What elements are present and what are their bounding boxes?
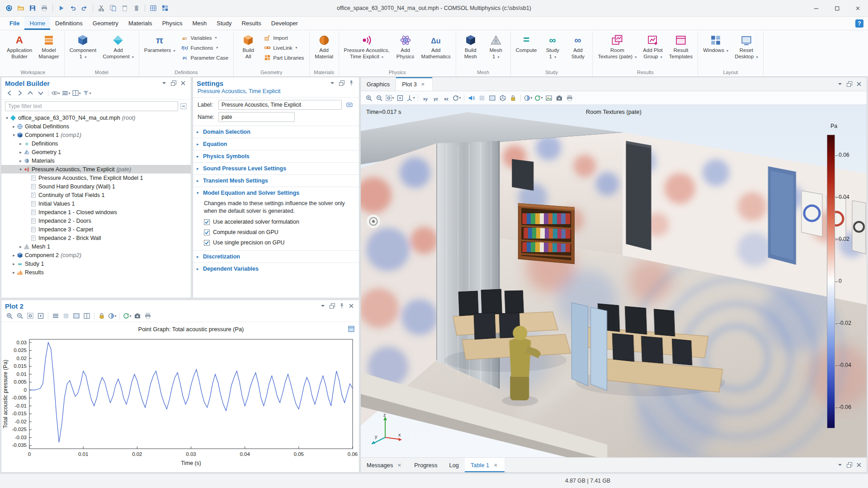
expand-arrow-icon[interactable]: ▸ [18,150,24,155]
copy-icon[interactable] [108,3,118,14]
collapse-arrow-icon[interactable]: ▾ [4,116,10,120]
tree-node-results[interactable]: ▸Results [1,268,191,277]
float-icon[interactable] [170,79,178,87]
tab-log[interactable]: Log [443,458,465,472]
panel-menu-icon[interactable] [836,80,844,88]
ribbon-variables[interactable]: a=Variables▾ [179,33,231,42]
menu-tab-results[interactable]: Results [236,17,266,30]
tab-messages[interactable]: Messages [361,458,408,472]
tab-progress[interactable]: Progress [408,458,443,472]
pin-icon[interactable] [347,79,355,87]
expand-arrow-icon[interactable]: ▸ [11,124,17,129]
tree-node-materials[interactable]: ▸Materials [1,156,191,165]
view-2d-icon[interactable] [72,311,81,320]
collapse-all-icon[interactable] [180,103,187,110]
tree-node-initial-values-1[interactable]: Initial Values 1 [1,199,191,208]
float-icon[interactable] [328,302,336,310]
close-tab-icon[interactable] [396,462,402,468]
tree-node-pressure-acoustics-time-explicit[interactable]: ▾Pressure Acoustics, Time Explicit(pate) [1,165,191,174]
arrow-left-icon[interactable] [5,89,14,98]
fit-view-icon[interactable] [36,311,45,320]
maximize-button[interactable] [826,0,847,16]
tree-node-impedance-2-doors[interactable]: Impedance 2 - Doors [1,216,191,225]
print-icon[interactable] [565,94,574,103]
table-icon[interactable] [148,3,159,14]
lock-icon[interactable] [97,311,106,320]
panel-menu-icon[interactable] [160,79,168,87]
image-frame-icon[interactable] [544,94,553,103]
columns-icon[interactable]: ▾ [72,89,81,98]
arrow-down-icon[interactable] [36,89,45,98]
ribbon-functions[interactable]: f(x)Functions▾ [179,43,231,52]
zoom-out-icon[interactable] [375,94,384,103]
color-theme-icon[interactable]: ▾ [524,94,533,103]
section-discretization[interactable]: ▸Discretization [193,251,359,263]
ribbon-add-physics[interactable]: AddPhysics [393,32,418,61]
expand-arrow-icon[interactable]: ▸ [18,244,24,249]
undo-icon[interactable] [67,3,78,14]
name-input[interactable] [218,112,295,122]
tree-node-sound-hard-boundary-wall-1[interactable]: Sound Hard Boundary (Wall) 1 [1,182,191,191]
cut-icon[interactable] [96,3,107,14]
comsol-logo-icon[interactable] [4,3,14,14]
ribbon-result-templates[interactable]: ResultTemplates [666,32,695,61]
tree-node-impedance-1-closed-windows[interactable]: Impedance 1 - Closed windows [1,208,191,216]
close-button[interactable] [847,0,868,16]
ribbon-windows[interactable]: Windows ▾ [700,32,731,55]
grid-icon[interactable] [477,94,486,103]
ribbon-add-component[interactable]: AddComponent ▾ [100,32,137,61]
tree-node-impedance-2-brick-wall[interactable]: Impedance 2 - Brick Wall [1,234,191,242]
graphics-canvas[interactable]: Time=0.017 s Room Textures (pate) Pa 0.0… [361,105,867,457]
tree-node-definitions[interactable]: ▸≡Definitions [1,139,191,148]
ribbon-pressure-acoustics-time-explicit[interactable]: Pressure Acoustics,Time Explicit ▾ [341,32,392,61]
ribbon-livelink[interactable]: LiveLink▾ [261,43,307,52]
go-xz-icon[interactable]: xz [442,94,451,103]
ribbon-add-material[interactable]: AddMaterial [312,32,336,61]
zoom-extents-icon[interactable]: ▾ [385,94,394,103]
tree-node-office-space-63-30t0-n4-ma-out-mph[interactable]: ▾office_space_63_30T0_N4_ma_out.mph(root… [1,113,191,122]
section-transient-mesh-settings[interactable]: ▸Transient Mesh Settings [193,175,359,187]
redo-icon[interactable] [79,3,90,14]
label-input[interactable] [218,100,342,110]
tree-node-pressure-acoustics-time-explicit-model-1[interactable]: Pressure Acoustics, Time Explicit Model … [1,174,191,182]
zoom-extents-icon[interactable] [26,311,35,320]
menu-tab-materials[interactable]: Materials [123,17,157,30]
section-domain-selection[interactable]: ▸Domain Selection [193,126,359,138]
checkbox-use-single-precision-on-gpu[interactable]: Use single precision on GPU [204,239,353,246]
tree-node-component-1[interactable]: ▾Component 1(comp1) [1,131,191,139]
zoom-in-icon[interactable] [364,94,373,103]
menu-tab-home[interactable]: Home [24,17,50,30]
funnel-icon[interactable]: ▾ [82,89,91,98]
ribbon-build-mesh[interactable]: BuildMesh [458,32,483,61]
print-icon[interactable] [143,311,152,320]
pin-icon[interactable] [338,302,346,310]
tree-node-continuity-of-total-fields-1[interactable]: Continuity of Total Fields 1 [1,191,191,199]
close-tab-icon[interactable] [492,462,499,468]
minimize-button[interactable] [806,0,826,16]
ribbon-compute[interactable]: =Compute [513,32,540,55]
ribbon-parameters[interactable]: πParameters ▾ [142,32,178,55]
expand-arrow-icon[interactable]: ▸ [11,253,17,258]
ribbon-import[interactable]: Import [261,33,307,42]
menu-tab-study[interactable]: Study [212,17,236,30]
expand-arrow-icon[interactable]: ▸ [18,159,24,163]
menu-tab-mesh[interactable]: Mesh [187,17,212,30]
expand-arrow-icon[interactable]: ▸ [11,270,17,275]
ribbon-model-manager[interactable]: ModelManager [36,32,61,61]
menu-tab-developer[interactable]: Developer [266,17,303,30]
eye-icon[interactable]: ▾ [51,89,60,98]
expand-arrow-icon[interactable]: ▸ [18,141,24,146]
menu-tab-definitions[interactable]: Definitions [50,17,88,30]
camera-icon[interactable] [133,311,142,320]
float-icon[interactable] [338,79,346,87]
update-icon[interactable]: ▾ [534,94,543,103]
go-xy-icon[interactable]: xy [421,94,430,103]
section-model-equation-and-solver-settings[interactable]: ▾Model Equation and Solver Settings [193,187,359,199]
play-icon[interactable] [56,3,66,14]
checkbox-compute-residual-on-gpu[interactable]: Compute residual on GPU [204,229,353,235]
print-icon[interactable] [39,3,50,14]
ribbon-parameter-case[interactable]: PiParameter Case [179,53,231,62]
arrow-up-icon[interactable] [26,89,35,98]
menu-tab-file[interactable]: File [5,17,24,30]
grid-icon[interactable] [61,311,71,320]
